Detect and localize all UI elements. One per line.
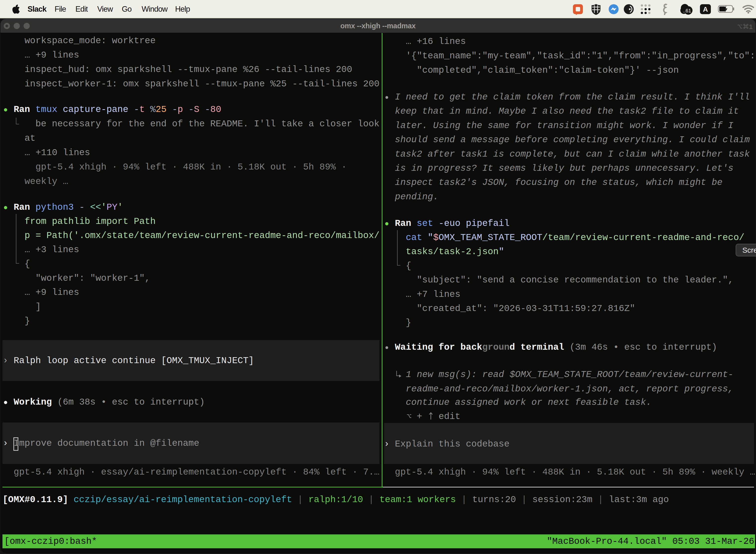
svg-text:A: A	[703, 5, 708, 13]
svg-text:..61: ..61	[683, 8, 691, 13]
